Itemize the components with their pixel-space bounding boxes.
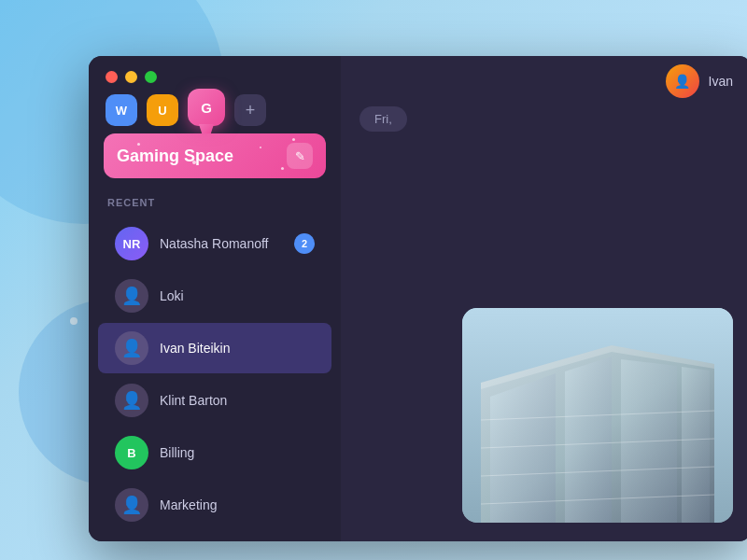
item-name-marketing: Marketing	[160, 497, 315, 512]
item-name-klint: Klint Barton	[160, 393, 315, 408]
sidebar: W U G + Gaming Space ✎	[89, 56, 341, 541]
user-info: 👤 Ivan	[666, 64, 733, 98]
badge-natasha: 2	[294, 233, 315, 254]
maximize-button[interactable]	[145, 71, 157, 83]
item-name-billing: Billing	[160, 445, 315, 460]
space-tab-u[interactable]: U	[147, 94, 178, 126]
building-image	[462, 308, 733, 523]
top-bar: 👤 Ivan	[341, 56, 747, 106]
space-tabs: W U G +	[89, 94, 341, 126]
item-name-natasha: Natasha Romanoff	[160, 236, 283, 251]
space-tab-add[interactable]: +	[234, 94, 266, 126]
sidebar-item-natasha[interactable]: NR Natasha Romanoff 2	[98, 218, 331, 269]
avatar-klint: 👤	[115, 384, 148, 417]
bg-dot	[70, 317, 78, 325]
avatar-loki: 👤	[115, 279, 148, 313]
space-tab-g[interactable]: G	[188, 89, 225, 126]
user-avatar: 👤	[666, 64, 699, 98]
recent-label: RECENT	[89, 178, 341, 217]
date-chip: Fri,	[359, 106, 407, 132]
avatar-ivan: 👤	[115, 331, 148, 365]
active-space-bar: Gaming Space ✎	[104, 133, 326, 178]
close-button[interactable]	[106, 71, 118, 83]
item-name-loki: Loki	[160, 288, 315, 303]
svg-marker-3	[565, 357, 612, 523]
sidebar-item-klint[interactable]: 👤 Klint Barton	[98, 375, 331, 426]
edit-space-button[interactable]: ✎	[287, 143, 313, 169]
avatar-billing: B	[115, 436, 148, 469]
app-window: W U G + Gaming Space ✎	[89, 56, 747, 541]
building-visual	[462, 308, 733, 523]
avatar-marketing: 👤	[115, 488, 148, 522]
minimize-button[interactable]	[125, 71, 137, 83]
space-tab-w[interactable]: W	[106, 94, 137, 126]
avatar-natasha: NR	[115, 227, 148, 260]
svg-marker-5	[682, 367, 710, 523]
sidebar-item-billing[interactable]: B Billing	[98, 427, 331, 478]
item-name-ivan: Ivan Biteikin	[160, 341, 315, 356]
svg-marker-2	[490, 373, 556, 523]
active-space-name: Gaming Space	[117, 147, 233, 166]
user-name: Ivan	[709, 74, 733, 89]
sidebar-item-ivan[interactable]: 👤 Ivan Biteikin	[98, 323, 331, 373]
sidebar-item-loki[interactable]: 👤 Loki	[98, 271, 331, 321]
main-content: 👤 Ivan Fri,	[341, 56, 747, 541]
sidebar-item-marketing[interactable]: 👤 Marketing	[98, 480, 331, 530]
